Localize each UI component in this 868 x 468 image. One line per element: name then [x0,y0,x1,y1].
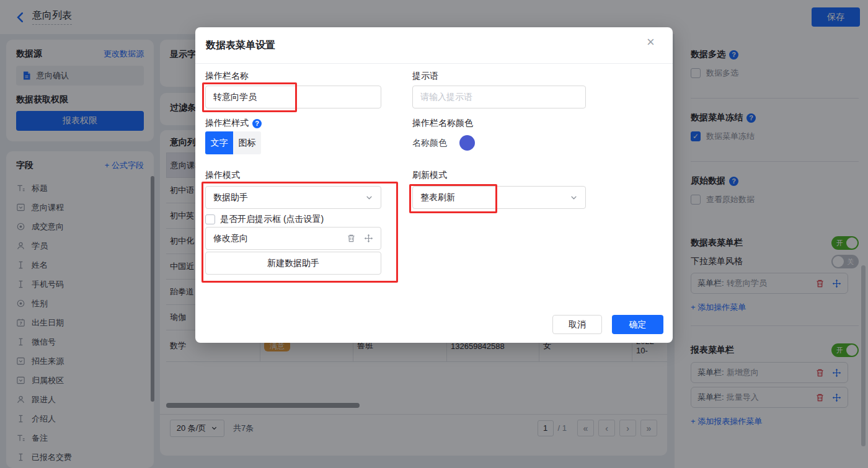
checkbox-unchecked[interactable] [205,214,215,224]
action-mode-select[interactable]: 数据助手 [205,186,381,209]
refresh-mode-select[interactable]: 整表刷新 [412,186,586,209]
chevron-down-icon [570,193,578,201]
action-style-label: 操作栏样式 ? [205,118,262,129]
tipbox-checkbox-row[interactable]: 是否开启提示框 (点击设置) [205,214,324,225]
tip-label: 提示语 [412,71,438,82]
panel-scrollbar[interactable] [861,265,866,446]
chevron-down-icon [365,193,373,201]
refresh-mode-label: 刷新模式 [412,170,447,181]
trash-icon[interactable] [347,234,356,243]
tab-text[interactable]: 文字 [205,131,233,154]
table-menu-settings-modal: 数据表菜单设置 × 操作栏名称 转意向学员 提示语 请输入提示语 操作栏样式 ?… [195,27,673,343]
tip-input[interactable]: 请输入提示语 [412,86,586,108]
assistant-item[interactable]: 修改意向 [205,227,381,250]
cancel-button[interactable]: 取消 [552,315,602,334]
confirm-button[interactable]: 确定 [612,315,663,334]
name-color-label: 操作栏名称颜色 [412,118,473,129]
tab-icon[interactable]: 图标 [233,131,261,154]
move-icon[interactable] [364,234,373,243]
modal-title: 数据表菜单设置 [206,39,275,52]
action-name-input[interactable]: 转意向学员 [205,86,381,108]
name-color-row: 名称颜色 [412,135,475,151]
color-swatch[interactable] [459,135,475,151]
divider [195,63,673,64]
new-assistant-button[interactable]: 新建数据助手 [205,252,381,275]
action-name-label: 操作栏名称 [205,71,249,82]
close-icon[interactable]: × [647,35,655,49]
action-mode-label: 操作模式 [205,170,240,181]
action-style-tabs: 文字 图标 [205,131,261,154]
question-icon[interactable]: ? [252,119,262,128]
